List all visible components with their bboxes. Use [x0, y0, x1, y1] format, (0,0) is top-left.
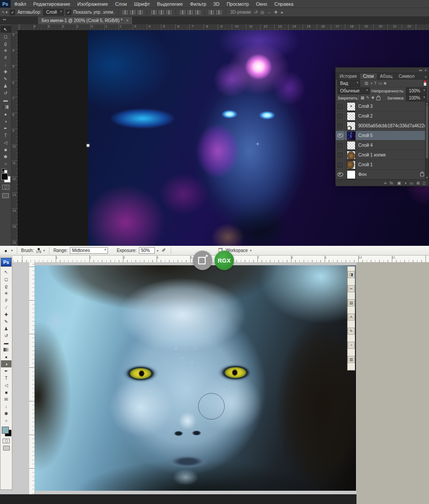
- distribute-icon[interactable]: [195, 10, 200, 15]
- type-tool[interactable]: T: [1, 374, 11, 382]
- screen-mode-icon[interactable]: [3, 446, 10, 451]
- layer-visibility-toggle[interactable]: [336, 121, 345, 130]
- layer-row[interactable]: 90065a65dcbb1874c336d7a4622cd667: [336, 121, 429, 131]
- layer-name[interactable]: Слой 1 копия: [358, 153, 386, 157]
- align-icon[interactable]: [123, 10, 128, 15]
- align-icon[interactable]: [159, 10, 164, 15]
- layer-name[interactable]: Слой 4: [358, 143, 373, 148]
- distribute-icon[interactable]: [188, 10, 193, 15]
- menu-item[interactable]: Редактирование: [30, 1, 74, 7]
- menu-item[interactable]: Просмотр: [223, 1, 252, 7]
- layer-name[interactable]: Слой 5: [358, 133, 373, 138]
- menu-item[interactable]: Шрифт: [130, 1, 153, 7]
- eyedropper-tool[interactable]: ↓: [1, 403, 11, 410]
- eyedropper-tool[interactable]: ↓: [0, 61, 11, 68]
- filter-toggle-icon[interactable]: [423, 80, 427, 86]
- pen-tool[interactable]: ✒: [0, 125, 11, 132]
- distribute-icon[interactable]: [180, 10, 185, 15]
- swap-colors-icon[interactable]: [2, 168, 8, 172]
- layer-visibility-toggle[interactable]: [336, 102, 345, 111]
- menu-item[interactable]: Фильтр: [186, 1, 210, 7]
- move-tool[interactable]: ↖: [1, 268, 11, 275]
- filter-pixel-layers-icon[interactable]: ▤: [364, 81, 368, 85]
- history-brush-tool[interactable]: ↺: [1, 332, 11, 339]
- brush-tool[interactable]: ✎: [1, 318, 11, 325]
- screen-mode-icon[interactable]: [2, 193, 9, 198]
- align-icon[interactable]: [166, 10, 172, 15]
- distribute-icon[interactable]: [209, 10, 214, 15]
- delete-layer-icon[interactable]: ▯: [423, 181, 425, 185]
- dock-panel-icon[interactable]: ▤: [348, 299, 355, 306]
- dock-panel-icon[interactable]: ▥: [348, 356, 355, 363]
- healing-brush-tool[interactable]: ✚: [1, 311, 11, 318]
- layer-visibility-toggle[interactable]: [336, 131, 345, 140]
- layer-visibility-toggle[interactable]: [336, 160, 345, 169]
- hand-tool[interactable]: ✽: [0, 153, 11, 160]
- document-tab[interactable]: Без имени-1 @ 200% (Слой 5, RGB/8) * ×: [38, 17, 133, 24]
- photoshop-logo[interactable]: Ps: [0, 0, 11, 8]
- panel-tab[interactable]: История: [337, 73, 360, 79]
- 3d-drag-icon[interactable]: ⇔: [267, 10, 272, 15]
- layer-row[interactable]: Слой 4: [336, 141, 429, 150]
- dock-panel-icon[interactable]: ✂: [348, 285, 355, 292]
- zoom-tool[interactable]: ○: [0, 160, 11, 167]
- opacity-value[interactable]: 100%: [406, 88, 427, 94]
- menu-item[interactable]: Окно: [253, 1, 271, 7]
- panel-scrollbar[interactable]: ▲ ▼: [425, 102, 429, 179]
- clone-stamp-tool[interactable]: ♟: [0, 82, 11, 89]
- magic-wand-tool[interactable]: ✳: [0, 47, 11, 54]
- 3d-rotate-icon[interactable]: ↺: [254, 10, 257, 15]
- 3d-roll-icon[interactable]: ◎: [260, 10, 264, 15]
- hand-tool[interactable]: ✽: [1, 410, 11, 417]
- gradient-tool[interactable]: [3, 105, 8, 109]
- panel-tab[interactable]: Слои: [360, 73, 377, 79]
- dock-panel-icon[interactable]: A: [348, 313, 355, 321]
- move-tool-options-icon[interactable]: ↖▾: [2, 10, 8, 15]
- brush-preview[interactable]: 175: [36, 248, 41, 253]
- foreground-color-swatch[interactable]: [2, 427, 9, 434]
- align-icon[interactable]: [130, 10, 135, 15]
- panel-tab[interactable]: Абзац: [377, 73, 395, 79]
- scrollbar-thumb[interactable]: [426, 105, 428, 158]
- lasso-tool[interactable]: ϱ: [0, 40, 11, 47]
- dock-panel-icon[interactable]: ◨: [348, 271, 355, 278]
- layer-filter-select[interactable]: Вид: [337, 80, 360, 87]
- collapse-panel-icon[interactable]: ◂◂: [419, 69, 422, 72]
- filter-shape-layers-icon[interactable]: ▭: [378, 81, 382, 85]
- layer-name[interactable]: Слой 1: [358, 162, 373, 167]
- layer-row[interactable]: Слой 1 копия: [336, 150, 429, 160]
- crop-tool[interactable]: #: [0, 54, 11, 61]
- dock-panel-icon[interactable]: ◔: [348, 342, 355, 349]
- lock-all-icon[interactable]: [376, 97, 380, 100]
- layer-row[interactable]: Слой 2: [336, 111, 429, 121]
- fill-value[interactable]: 100%: [406, 95, 427, 101]
- toolbar-collapse-icon[interactable]: ◂◂: [3, 18, 6, 21]
- gradient-tool[interactable]: [4, 348, 9, 351]
- autoselect-target-select[interactable]: Слой: [43, 9, 63, 15]
- lock-position-icon[interactable]: ✚: [371, 95, 375, 100]
- magic-wand-tool[interactable]: ✳: [1, 290, 11, 297]
- layer-row[interactable]: Слой 1: [336, 160, 429, 170]
- layer-name[interactable]: Слой 2: [358, 114, 373, 118]
- align-icon[interactable]: [151, 10, 157, 15]
- crop-tool[interactable]: #: [1, 297, 11, 304]
- bottom-canvas-image[interactable]: [34, 265, 356, 491]
- layer-visibility-toggle[interactable]: [336, 170, 345, 179]
- dodge-tool[interactable]: ◑: [0, 118, 11, 125]
- blend-mode-select[interactable]: Обычные: [337, 88, 370, 94]
- distribute-icon[interactable]: [216, 10, 222, 15]
- shape-tool[interactable]: ■: [0, 146, 11, 153]
- scroll-up-icon[interactable]: ▲: [425, 102, 429, 105]
- airbrush-icon[interactable]: ✐: [161, 248, 167, 254]
- clone-stamp-tool[interactable]: ♟: [1, 325, 11, 332]
- panel-tab[interactable]: Символ: [395, 73, 418, 79]
- slice-tool[interactable]: ∕: [1, 304, 11, 311]
- layer-visibility-toggle[interactable]: [336, 150, 345, 160]
- layer-group-icon[interactable]: ▭: [410, 181, 414, 185]
- eraser-tool[interactable]: ▬: [0, 96, 11, 103]
- pen-tool[interactable]: ✒: [1, 367, 11, 374]
- dodge-tool[interactable]: ◑: [1, 360, 11, 367]
- scroll-down-icon[interactable]: ▼: [425, 176, 429, 179]
- lock-pixels-icon[interactable]: ✎: [366, 95, 370, 100]
- marquee-tool[interactable]: ◻: [0, 33, 11, 40]
